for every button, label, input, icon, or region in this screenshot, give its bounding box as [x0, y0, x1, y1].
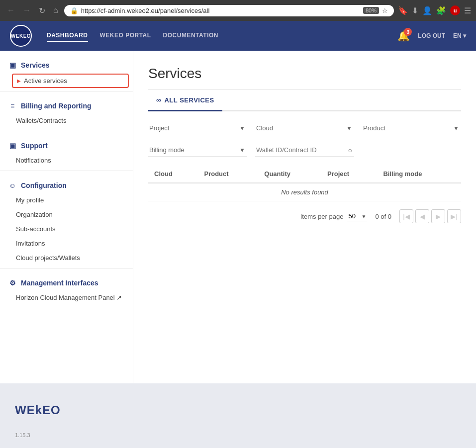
address-bar[interactable]: 🔒 https://cf-admin.wekeo2.eu/panel/servi…	[64, 5, 394, 16]
services-icon: ▣	[8, 61, 17, 70]
sidebar-item-organization[interactable]: Organization	[0, 207, 133, 222]
sidebar-item-notifications[interactable]: Notifications	[0, 153, 133, 168]
active-services-label: Active services	[24, 77, 67, 85]
sidebar-section-header-services: ▣ Services	[0, 56, 133, 73]
billing-mode-filter-wrap: Billing mode ▼	[148, 143, 247, 157]
project-select[interactable]: Project	[148, 121, 247, 135]
data-table: Cloud Product Quantity Project Billing m…	[148, 165, 461, 201]
sidebar-item-invitations[interactable]: Invitations	[0, 236, 133, 251]
my-profile-label: My profile	[16, 196, 44, 204]
items-per-page-select[interactable]: 50 10 25 100	[347, 211, 367, 221]
logout-button[interactable]: LOG OUT	[418, 32, 445, 39]
reload-button[interactable]: ↻	[37, 5, 47, 16]
notifications-label: Notifications	[16, 157, 51, 164]
pagination-row: Items per page 50 10 25 100 ▼ 0 of 0 |◀	[148, 203, 461, 229]
page-count: 0 of 0	[375, 213, 391, 220]
browser-chrome: ← → ↻ ⌂ 🔒 https://cf-admin.wekeo2.eu/pan…	[0, 0, 476, 21]
sidebar-section-header-configuration: ☺ Configuration	[0, 176, 133, 193]
sidebar-divider-1	[0, 91, 133, 91]
sidebar-divider-4	[0, 268, 133, 269]
sidebar-item-sub-accounts[interactable]: Sub-accounts	[0, 222, 133, 236]
language-selector[interactable]: EN ▾	[453, 32, 466, 39]
tab-all-services-label: ALL SERVICES	[164, 96, 214, 104]
sidebar-section-label-billing: Billing and Reporting	[21, 102, 92, 110]
col-quantity: Quantity	[258, 165, 321, 183]
url-display: https://cf-admin.wekeo2.eu/panel/service…	[81, 7, 360, 14]
notif-badge: 3	[404, 28, 412, 36]
wallet-id-filter-wrap: ○	[255, 143, 354, 157]
logo-wrap: WEKEO	[10, 25, 32, 47]
items-per-page-wrap: 50 10 25 100 ▼	[347, 211, 367, 221]
table-head: Cloud Product Quantity Project Billing m…	[148, 165, 461, 183]
pocket-icon[interactable]: 🔖	[398, 6, 408, 15]
col-product: Product	[198, 165, 258, 183]
sidebar-divider-2	[0, 131, 133, 131]
nav-documentation[interactable]: DOCUMENTATION	[163, 30, 218, 42]
back-button[interactable]: ←	[5, 5, 17, 16]
app-wrapper: WEKEO DASHBOARD WEKEO PORTAL DOCUMENTATI…	[0, 21, 476, 448]
account-icon[interactable]: 👤	[422, 6, 432, 15]
sidebar-item-cloud-projects[interactable]: Cloud projects/Wallets	[0, 251, 133, 265]
sidebar-item-wallets[interactable]: Wallets/Contracts	[0, 113, 133, 128]
table-body: No results found	[148, 183, 461, 201]
sidebar-section-header-support: ▣ Support	[0, 136, 133, 153]
footer-area: WEkEO 1.15.3	[0, 383, 476, 448]
nav-wekeo-portal[interactable]: WEKEO PORTAL	[100, 30, 151, 42]
management-icon: ⚙	[8, 278, 17, 287]
top-nav: WEKEO DASHBOARD WEKEO PORTAL DOCUMENTATI…	[0, 21, 476, 51]
col-project: Project	[321, 165, 377, 183]
organization-label: Organization	[16, 211, 53, 218]
sidebar-item-active-services[interactable]: Active services	[12, 74, 129, 88]
nav-dashboard[interactable]: DASHBOARD	[47, 30, 88, 42]
logo: WEKEO	[10, 25, 32, 47]
first-page-button[interactable]: |◀	[399, 209, 413, 223]
sidebar-item-horizon[interactable]: Horizon Cloud Management Panel ↗	[0, 290, 133, 305]
items-per-page: Items per page 50 10 25 100 ▼	[300, 211, 368, 221]
footer-version: 1.15.3	[15, 432, 461, 438]
prev-page-button[interactable]: ◀	[415, 209, 429, 223]
col-billing-mode: Billing mode	[377, 165, 461, 183]
wallet-id-input[interactable]	[255, 143, 354, 157]
filters-row-1: Project ▼ Cloud ▼ Product ▼	[148, 121, 461, 135]
sub-accounts-label: Sub-accounts	[16, 225, 56, 233]
filters-row-2: Billing mode ▼ ○	[148, 143, 461, 157]
sidebar-section-label-services: Services	[21, 61, 50, 69]
nav-links: DASHBOARD WEKEO PORTAL DOCUMENTATION	[47, 30, 397, 42]
support-icon: ▣	[8, 141, 17, 150]
sidebar-section-header-management: ⚙ Management Interfaces	[0, 273, 133, 290]
filter-spacer	[362, 143, 461, 157]
sidebar-section-configuration: ☺ Configuration My profile Organization …	[0, 176, 133, 265]
no-results-row: No results found	[148, 183, 461, 201]
footer-brand: WEkEO	[15, 403, 461, 417]
browser-toolbar: 🔖 ⬇ 👤 🧩 u ☰	[398, 5, 471, 15]
product-select[interactable]: Product	[362, 121, 461, 135]
download-icon[interactable]: ⬇	[412, 6, 418, 15]
forward-button[interactable]: →	[21, 5, 33, 16]
sidebar-section-label-configuration: Configuration	[21, 181, 67, 189]
cloud-select[interactable]: Cloud	[255, 121, 354, 135]
last-page-button[interactable]: ▶|	[447, 209, 461, 223]
page-title: Services	[148, 66, 461, 82]
next-page-button[interactable]: ▶	[431, 209, 445, 223]
menu-icon[interactable]: ☰	[464, 6, 471, 15]
home-button[interactable]: ⌂	[51, 5, 60, 16]
tab-all-services[interactable]: ∞ ALL SERVICES	[148, 90, 222, 111]
notifications-button[interactable]: 🔔 3	[397, 30, 410, 42]
sidebar-section-label-support: Support	[21, 142, 48, 150]
page-nav-btns: |◀ ◀ ▶ ▶|	[399, 209, 461, 223]
col-cloud: Cloud	[148, 165, 198, 183]
ublock-icon[interactable]: u	[450, 5, 460, 15]
sidebar-section-services: ▣ Services Active services	[0, 56, 133, 88]
extensions-icon[interactable]: 🧩	[436, 6, 446, 15]
sidebar-item-my-profile[interactable]: My profile	[0, 193, 133, 207]
items-per-page-label: Items per page	[300, 213, 344, 220]
bookmark-icon[interactable]: ☆	[382, 7, 388, 14]
shield-icon: 🔒	[70, 7, 78, 14]
zoom-badge: 80%	[363, 7, 379, 14]
wallet-id-clear-icon[interactable]: ○	[348, 146, 352, 154]
sidebar-section-label-management: Management Interfaces	[21, 279, 98, 287]
horizon-label: Horizon Cloud Management Panel ↗	[16, 294, 122, 301]
billing-mode-select[interactable]: Billing mode	[148, 143, 247, 157]
sidebar-section-support: ▣ Support Notifications	[0, 136, 133, 168]
nav-right: 🔔 3 LOG OUT EN ▾	[397, 30, 466, 42]
